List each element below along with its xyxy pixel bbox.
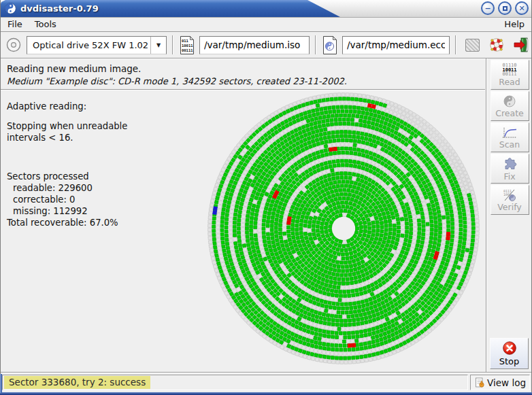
statusbar: Sector 333680, try 2: success View log [1, 373, 531, 392]
chevron-down-icon[interactable]: ▼ [150, 37, 166, 54]
window-corner-accent [0, 374, 2, 393]
status-heading-line1: Reading new medium image. [7, 63, 476, 74]
read-button[interactable]: 011101001100111 Read [491, 60, 529, 90]
verify-icon: 0111 1001 [502, 188, 517, 202]
fix-icon [503, 157, 517, 171]
verify-button[interactable]: 0111 1001 Verify [491, 185, 529, 215]
menubar: File Tools Help [1, 17, 531, 31]
iso-path-input[interactable] [199, 36, 310, 54]
close-button[interactable]: ✕ [515, 1, 529, 15]
create-icon [503, 95, 516, 108]
svg-text:011: 011 [182, 39, 189, 43]
medium-info-line: Medium "Example disc": CD-R mode 1, 3425… [7, 76, 476, 86]
statusbar-message: Sector 333680, try 2: success [4, 376, 150, 389]
menu-help[interactable]: Help [504, 19, 525, 29]
window-titlebar: dvdisaster-0.79 − ✕ [0, 0, 532, 18]
separator [172, 35, 173, 54]
read-icon: 011101001100111 [502, 63, 516, 77]
maximize-button[interactable] [498, 1, 512, 15]
separator [455, 35, 456, 54]
fix-button[interactable]: Fix [491, 154, 529, 184]
title-tab: dvdisaster-0.79 [0, 0, 340, 17]
toolbar: Optical drive 52X FW 1.02 ▼ 011 10011 00… [1, 32, 531, 58]
stop-button-label: Stop [499, 356, 520, 366]
help-button[interactable] [486, 35, 507, 55]
scan-button-label: Scan [499, 140, 520, 149]
menu-tools[interactable]: Tools [35, 19, 56, 29]
status-heading: Reading new medium image. Medium "Exampl… [0, 58, 483, 86]
reading-mode-label: Adaptive reading: [7, 101, 197, 112]
lifebelt-icon [488, 37, 505, 53]
app-icon [5, 3, 16, 14]
total-recoverable: Total recoverable: 67.0% [7, 217, 197, 228]
create-button-label: Create [495, 109, 524, 118]
view-log-button[interactable]: View log [470, 375, 530, 390]
ecc-file-icon [322, 35, 338, 55]
statusbar-message-area: Sector 333680, try 2: success [2, 375, 468, 390]
svg-text:00111: 00111 [182, 48, 193, 52]
drive-select-value: Optical drive 52X FW 1.02 [33, 40, 148, 50]
scan-icon [501, 126, 518, 139]
view-log-label: View log [487, 377, 526, 388]
reading-info-panel: Adaptive reading: Stopping when unreadab… [7, 101, 197, 228]
stop-button[interactable]: Stop [490, 338, 529, 369]
quit-button[interactable] [511, 35, 531, 55]
readable-count: readable: 229600 [7, 182, 197, 194]
iso-file-icon: 011 10011 00111 [179, 35, 195, 55]
read-button-label: Read [499, 78, 520, 86]
create-button[interactable]: Create [491, 91, 529, 121]
missing-count: missing: 112992 [7, 205, 197, 217]
menu-file[interactable]: File [7, 19, 22, 29]
maximize-icon [503, 6, 508, 11]
disc-spiral-canvas [201, 86, 486, 373]
exit-door-icon [513, 37, 529, 53]
fix-button-label: Fix [503, 172, 515, 181]
action-sidebar: 011101001100111 Read Create Scan Fix 011… [488, 58, 531, 372]
verify-button-label: Verify [497, 203, 521, 211]
separator [486, 58, 487, 372]
scan-button[interactable]: Scan [491, 122, 529, 152]
drive-icon [5, 36, 22, 54]
separator [315, 35, 316, 54]
correctable-count: correctable: 0 [7, 194, 197, 205]
window-title: dvdisaster-0.79 [20, 3, 99, 14]
svg-text:10011: 10011 [182, 44, 193, 48]
preferences-icon [465, 39, 480, 52]
preferences-button[interactable] [462, 35, 482, 55]
stop-condition-text: Stopping when unreadable intervals < 16. [7, 120, 197, 143]
stop-icon [502, 341, 517, 356]
sectors-processed-title: Sectors processed [7, 171, 197, 182]
drive-select[interactable]: Optical drive 52X FW 1.02 ▼ [27, 36, 167, 54]
ecc-path-input[interactable] [342, 36, 450, 54]
view-log-icon [475, 377, 485, 388]
minimize-button[interactable]: − [481, 1, 495, 15]
window-bottom-edge [0, 392, 532, 395]
